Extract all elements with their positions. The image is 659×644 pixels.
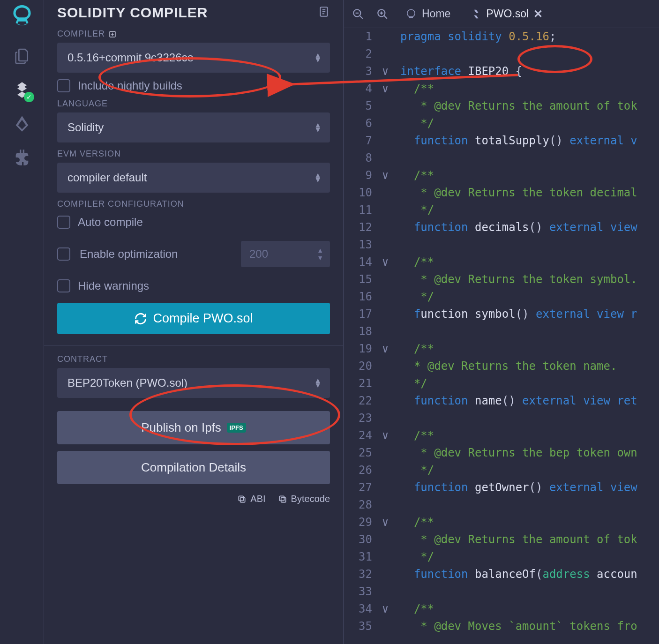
panel-title: SOLIDITY COMPILER: [57, 5, 208, 21]
tab-file-label: PWO.sol: [486, 7, 529, 20]
copy-abi-button[interactable]: ABI: [237, 494, 265, 504]
svg-rect-19: [409, 16, 413, 18]
remix-logo-icon: [405, 8, 417, 20]
autocompile-label: Auto compile: [78, 216, 143, 229]
contract-select[interactable]: BEP20Token (PWO.sol) ▲▼: [57, 368, 330, 398]
add-version-icon[interactable]: [109, 30, 116, 38]
optimize-checkbox[interactable]: [57, 247, 70, 261]
svg-rect-10: [279, 496, 284, 501]
optimize-label: Enable optimization: [80, 247, 178, 261]
compilation-details-label: Compilation Details: [141, 460, 246, 475]
compiler-label: COMPILER: [57, 29, 330, 39]
copy-icon: [237, 494, 247, 504]
chevron-updown-icon: ▲▼: [314, 123, 322, 132]
svg-point-18: [407, 9, 415, 17]
compilation-details-button[interactable]: Compilation Details: [57, 451, 330, 484]
editor-tabbar: Home PWO.sol ✕: [344, 0, 659, 28]
config-label: COMPILER CONFIGURATION: [57, 199, 330, 209]
chevron-updown-icon: ▲▼: [314, 378, 322, 388]
refresh-icon: [134, 312, 147, 325]
contract-label: CONTRACT: [57, 354, 330, 364]
evm-value: compiler default: [67, 171, 147, 184]
svg-rect-8: [239, 496, 244, 501]
compiler-icon[interactable]: ✓: [12, 80, 32, 100]
hidewarnings-checkbox[interactable]: [57, 279, 70, 292]
tab-file[interactable]: PWO.sol ✕: [463, 3, 551, 25]
icon-rail: ✓: [0, 0, 44, 644]
optimize-runs-input[interactable]: 200 ▲▼: [241, 241, 330, 267]
tab-home-label: Home: [422, 7, 450, 20]
svg-line-15: [384, 15, 387, 19]
copy-bytecode-button[interactable]: Bytecode: [278, 494, 330, 504]
compile-button-label: Compile PWO.sol: [153, 311, 253, 326]
language-label: LANGUAGE: [57, 99, 330, 109]
ipfs-badge-icon: IPFS: [227, 423, 246, 433]
solidity-file-icon: [471, 9, 481, 19]
zoom-in-icon[interactable]: [372, 4, 393, 24]
chevron-updown-icon: ▲▼: [317, 247, 323, 262]
publish-ipfs-button[interactable]: Publish on Ipfs IPFS: [57, 411, 330, 444]
plugin-icon[interactable]: [12, 147, 32, 168]
chevron-updown-icon: ▲▼: [314, 53, 322, 62]
deploy-icon[interactable]: [12, 113, 32, 134]
docs-icon[interactable]: [318, 6, 330, 20]
copy-icon: [278, 494, 287, 504]
zoom-out-icon[interactable]: [348, 4, 368, 24]
remix-logo-icon[interactable]: [9, 3, 35, 28]
code-editor: Home PWO.sol ✕ 1234567891011121314151617…: [344, 0, 659, 644]
file-explorer-icon[interactable]: [12, 46, 32, 67]
success-badge-icon: ✓: [24, 92, 34, 102]
contract-value: BEP20Token (PWO.sol): [67, 376, 187, 389]
svg-rect-9: [281, 497, 285, 502]
optimize-runs-value: 200: [249, 247, 268, 260]
language-value: Solidity: [67, 121, 104, 134]
nightly-label: Include nightly builds: [78, 79, 182, 92]
line-gutter: 1234567891011121314151617181920212223242…: [344, 28, 394, 644]
svg-line-12: [359, 15, 363, 19]
publish-ipfs-label: Publish on Ipfs: [141, 420, 221, 435]
compile-button[interactable]: Compile PWO.sol: [57, 303, 330, 334]
close-tab-icon[interactable]: ✕: [533, 7, 543, 21]
nightly-checkbox[interactable]: [57, 79, 70, 92]
evm-version-select[interactable]: compiler default ▲▼: [57, 163, 330, 193]
language-select[interactable]: Solidity ▲▼: [57, 112, 330, 142]
chevron-updown-icon: ▲▼: [314, 173, 322, 182]
hidewarnings-label: Hide warnings: [78, 279, 149, 292]
svg-rect-7: [240, 497, 245, 502]
compiler-version-select[interactable]: 0.5.16+commit.9c3226ce ▲▼: [57, 43, 330, 73]
compiler-panel: SOLIDITY COMPILER COMPILER 0.5.16+commit…: [44, 0, 344, 644]
compiler-version-value: 0.5.16+commit.9c3226ce: [67, 51, 194, 64]
evm-label: EVM VERSION: [57, 149, 330, 159]
code-area[interactable]: 1234567891011121314151617181920212223242…: [344, 28, 659, 644]
tab-home[interactable]: Home: [397, 3, 459, 25]
autocompile-checkbox[interactable]: [57, 216, 70, 229]
